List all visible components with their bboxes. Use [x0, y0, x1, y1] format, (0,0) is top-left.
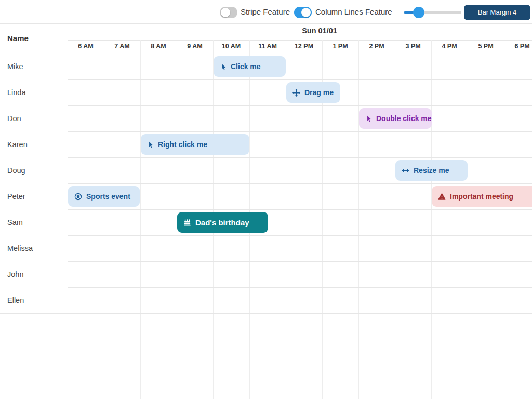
event-label: Click me [231, 62, 261, 71]
time-header-9-am: 9 AM [177, 40, 213, 54]
event-click-me[interactable]: Click me [214, 56, 286, 77]
event-label: Double click me [376, 114, 432, 123]
bar-margin-tooltip: Bar Margin 4 [464, 5, 530, 20]
column-lines-feature-toggle[interactable] [294, 7, 312, 18]
row-line [0, 209, 532, 210]
column-line [431, 40, 432, 399]
pointer-icon [147, 141, 154, 148]
event-label: Drag me [304, 88, 334, 97]
resource-row-mike[interactable]: Mike [0, 54, 68, 79]
event-dad-s-birthday[interactable]: Dad's birthday [177, 212, 268, 233]
time-header-5-pm: 5 PM [468, 40, 504, 54]
stripe-feature-toggle[interactable] [220, 7, 237, 18]
column-line [358, 40, 359, 399]
warning-icon [438, 193, 446, 201]
row-line [0, 183, 532, 184]
sports-ball-icon [74, 193, 82, 201]
pointer-icon [365, 115, 372, 122]
row-line [0, 79, 532, 80]
resource-row-melissa[interactable]: Melissa [0, 235, 68, 261]
resource-row-ellen[interactable]: Ellen [0, 287, 68, 313]
resource-row-karen[interactable]: Karen [0, 131, 68, 157]
event-label: Dad's birthday [195, 218, 249, 227]
stripe-feature-label: Stripe Feature [241, 0, 290, 23]
time-header-1-pm: 1 PM [322, 40, 358, 54]
resource-row-linda[interactable]: Linda [0, 79, 68, 105]
header-top-border [0, 23, 532, 24]
toggle-knob [301, 8, 311, 17]
slider-thumb[interactable] [413, 7, 424, 18]
row-line [0, 313, 532, 314]
column-lines-feature-label: Column Lines Feature [315, 0, 392, 23]
toggle-knob [221, 8, 230, 17]
move-icon [292, 89, 300, 97]
time-header-3-pm: 3 PM [395, 40, 431, 54]
event-sports-event[interactable]: Sports event [68, 186, 140, 207]
cake-icon [183, 219, 191, 227]
row-line [0, 261, 532, 262]
time-header-6-am: 6 AM [68, 40, 104, 54]
resource-row-john[interactable]: John [0, 261, 68, 287]
event-resize-me[interactable]: Resize me [395, 160, 468, 181]
resource-row-doug[interactable]: Doug [0, 157, 68, 183]
column-line [395, 40, 395, 399]
header-bottom-border [0, 54, 532, 54]
time-header-7-am: 7 AM [104, 40, 140, 54]
event-label: Sports event [86, 192, 130, 201]
time-header-6-pm: 6 PM [504, 40, 532, 54]
time-header-2-pm: 2 PM [358, 40, 395, 54]
column-line [140, 40, 141, 399]
event-label: Resize me [414, 166, 449, 175]
time-header-8-am: 8 AM [140, 40, 177, 54]
time-header-10-am: 10 AM [213, 40, 249, 54]
time-header-11-am: 11 AM [249, 40, 286, 54]
column-line [504, 40, 504, 399]
date-header: Sun 01/01 [275, 26, 364, 35]
resource-row-don[interactable]: Don [0, 105, 68, 131]
resource-row-sam[interactable]: Sam [0, 209, 68, 235]
bar-margin-tooltip-label: Bar Margin 4 [478, 8, 516, 16]
time-header-4-pm: 4 PM [431, 40, 468, 54]
scheduler-app: Stripe Feature Column Lines Feature Bar … [0, 0, 532, 399]
toolbar: Stripe Feature Column Lines Feature Bar … [0, 0, 532, 23]
event-important-meeting[interactable]: Important meeting [432, 186, 532, 207]
event-label: Important meeting [450, 192, 513, 201]
event-double-click-me[interactable]: Double click me [359, 108, 432, 129]
row-line [0, 157, 532, 158]
event-drag-me[interactable]: Drag me [286, 82, 340, 103]
name-column-header: Name [7, 23, 29, 54]
row-line [0, 287, 532, 288]
event-label: Right click me [158, 140, 207, 149]
pointer-icon [220, 63, 227, 70]
event-right-click-me[interactable]: Right click me [141, 134, 249, 155]
row-line [0, 131, 532, 132]
column-line [468, 40, 468, 399]
row-line [0, 235, 532, 236]
row-line [0, 105, 532, 106]
resource-row-peter[interactable]: Peter [0, 183, 68, 209]
resize-icon [402, 167, 409, 175]
column-line [104, 40, 104, 399]
time-header-12-pm: 12 PM [286, 40, 322, 54]
